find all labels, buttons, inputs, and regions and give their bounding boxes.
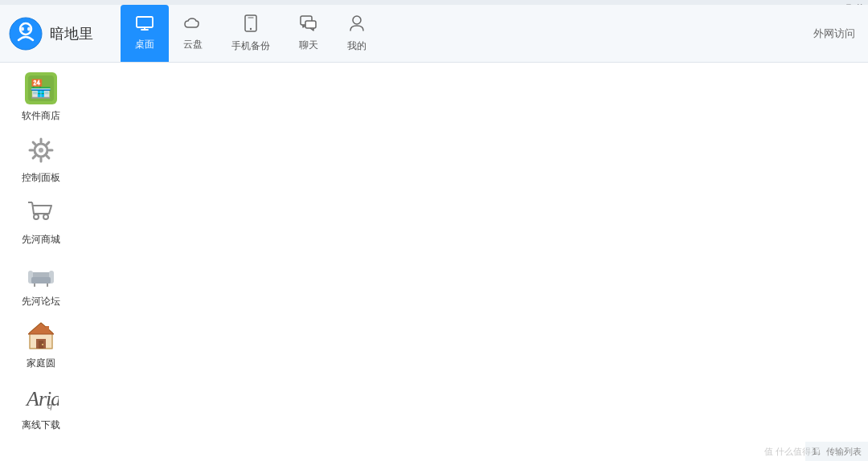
svg-rect-4 <box>137 17 153 27</box>
offline-download-icon-img: Aria q <box>23 380 59 415</box>
chat-icon <box>300 15 317 35</box>
svg-line-25 <box>33 156 35 158</box>
person-icon <box>349 14 365 36</box>
svg-marker-36 <box>28 323 54 334</box>
home-cloud-label: 家庭圆 <box>27 357 55 370</box>
svg-point-39 <box>42 344 43 345</box>
xianhe-shop-label: 先河商城 <box>22 233 60 247</box>
icon-control-panel[interactable]: 控制面板 <box>13 133 69 185</box>
icon-software-store[interactable]: 🏪 软件商店 <box>13 71 69 123</box>
desktop-area: 🏪 软件商店 <box>0 63 868 461</box>
tab-mine-label: 我的 <box>347 39 366 53</box>
svg-rect-11 <box>305 21 316 28</box>
svg-rect-40 <box>46 326 49 332</box>
monitor-icon <box>136 16 154 35</box>
tab-chat[interactable]: 聊天 <box>285 5 333 62</box>
control-panel-icon-img <box>23 133 59 168</box>
xianhe-shop-icon-img <box>23 194 59 230</box>
svg-rect-32 <box>31 277 51 284</box>
transfer-label[interactable]: 传输列表 <box>826 446 862 458</box>
offline-download-label: 离线下载 <box>22 418 60 432</box>
software-store-label: 软件商店 <box>22 109 60 123</box>
svg-point-2 <box>21 27 24 31</box>
tab-desktop[interactable]: 桌面 <box>121 5 169 62</box>
svg-point-28 <box>43 214 48 219</box>
xianhe-forum-icon-img <box>23 256 59 292</box>
svg-text:q: q <box>47 401 53 410</box>
software-store-icon-img: 🏪 <box>23 71 59 106</box>
cloud-icon <box>183 16 203 35</box>
control-panel-label: 控制面板 <box>22 171 60 185</box>
header: 暗地里 桌面 云盘 <box>0 5 868 63</box>
tab-desktop-label: 桌面 <box>135 38 154 51</box>
home-cloud-icon-img <box>23 318 59 353</box>
svg-point-3 <box>27 27 31 31</box>
icon-home-cloud[interactable]: 家庭圆 <box>13 318 69 370</box>
status-bar: 1↓ 传输列表 <box>805 442 868 461</box>
svg-point-8 <box>250 27 252 29</box>
tab-cloud-label: 云盘 <box>183 38 203 51</box>
logo-area: 暗地里 <box>8 16 104 51</box>
icon-xianhe-forum[interactable]: 先河论坛 <box>13 256 69 308</box>
main-content: 🏪 软件商店 <box>0 63 868 461</box>
tab-phone-backup[interactable]: 手机备份 <box>217 5 285 62</box>
svg-text:🏪: 🏪 <box>30 78 52 100</box>
tab-chat-label: 聊天 <box>299 39 318 52</box>
svg-line-23 <box>47 156 49 158</box>
tab-phone-backup-label: 手机备份 <box>231 39 270 53</box>
tab-mine[interactable]: 我的 <box>333 5 381 62</box>
svg-text:Aria: Aria <box>25 387 59 410</box>
app-title: 暗地里 <box>50 24 93 43</box>
icon-offline-download[interactable]: Aria q 离线下载 <box>13 380 69 432</box>
external-access-button[interactable]: 外网访问 <box>813 27 855 41</box>
svg-point-12 <box>353 16 361 24</box>
nav-tabs: 桌面 云盘 手机备份 <box>121 5 381 62</box>
xianhe-forum-label: 先河论坛 <box>22 295 60 308</box>
svg-point-27 <box>34 214 39 219</box>
logo-icon <box>8 16 43 51</box>
svg-line-24 <box>47 142 49 145</box>
phone-icon <box>244 14 258 36</box>
svg-point-17 <box>39 148 43 153</box>
tab-cloud[interactable]: 云盘 <box>169 5 217 62</box>
transfer-count: 1↓ <box>812 447 821 456</box>
icon-xianhe-shop[interactable]: 先河商城 <box>13 194 69 247</box>
svg-line-22 <box>33 142 35 145</box>
